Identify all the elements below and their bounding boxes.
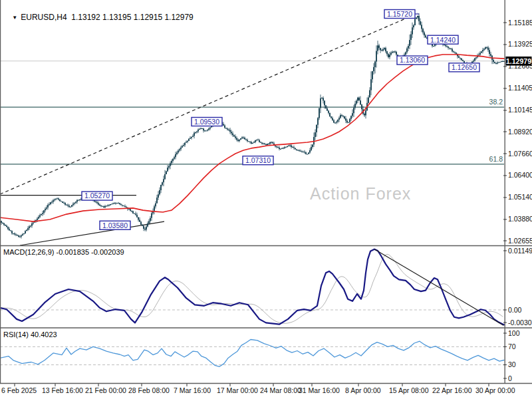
candle-body <box>201 128 203 129</box>
candle-body <box>316 125 317 132</box>
candle-body <box>393 51 394 52</box>
candle-body <box>365 110 366 115</box>
candle-body <box>349 119 350 122</box>
candle-body <box>78 200 79 201</box>
candle-body <box>482 50 483 51</box>
candle-body <box>251 142 252 144</box>
price-level-label[interactable]: 1.09530 <box>192 118 222 126</box>
macd-pane[interactable] <box>0 246 505 327</box>
candle-body <box>268 144 269 144</box>
candle-body <box>67 205 68 205</box>
symbol-dropdown-icon[interactable]: ▼ <box>12 15 17 21</box>
candle-body <box>453 51 454 52</box>
candle-body <box>373 67 374 71</box>
candle-body <box>263 144 264 144</box>
candle-body <box>103 206 104 207</box>
candle-body <box>281 148 283 149</box>
candle-body <box>378 45 380 48</box>
candle-body <box>115 203 116 203</box>
candle-body <box>200 128 201 129</box>
candle-body <box>188 139 190 141</box>
time-tick-label: 21 Feb 00:00 <box>85 386 126 394</box>
candle-body <box>333 120 334 123</box>
candle-body <box>162 182 163 185</box>
rsi-pane[interactable] <box>0 329 505 383</box>
candle-body <box>260 142 261 143</box>
price-tick-label: 1.10145 <box>508 106 532 114</box>
candle-body <box>386 51 388 54</box>
candle-body <box>405 53 406 55</box>
candle-body <box>14 233 15 234</box>
candle-body <box>389 55 390 57</box>
candle-body <box>74 203 75 203</box>
candle-body <box>55 199 57 200</box>
candle-body <box>448 47 449 48</box>
price-level-label[interactable]: 1.03580 <box>100 221 130 229</box>
candle-body <box>66 205 67 205</box>
candle-body <box>261 143 263 144</box>
rsi-tick-label: 0 <box>508 374 512 382</box>
candle-body <box>150 218 151 221</box>
candle-body <box>79 200 80 200</box>
candle-body <box>499 62 501 63</box>
price-level-label[interactable]: 1.13060 <box>397 56 428 65</box>
candle-body <box>369 90 370 98</box>
candle-body <box>26 230 27 231</box>
candle-body <box>10 231 11 231</box>
candle-body <box>7 227 9 229</box>
candle-body <box>39 215 41 217</box>
candle-body <box>358 98 360 100</box>
candle-body <box>414 19 416 25</box>
candle-body <box>345 118 346 120</box>
candle-body <box>494 62 495 63</box>
candle-body <box>394 51 396 52</box>
candle-body <box>98 203 99 204</box>
price-level-label[interactable]: 1.15720 <box>384 10 419 19</box>
fib-level-label: 61.8 <box>489 155 503 163</box>
price-level-label[interactable]: 1.07310 <box>243 156 273 165</box>
macd-indicator-label: MACD(12,26,9) -0.001835 -0.002039 <box>3 248 124 256</box>
price-level-label[interactable]: 1.05270 <box>82 192 112 200</box>
candle-body <box>332 118 333 120</box>
candle-body <box>71 205 72 207</box>
candle-body <box>501 61 502 62</box>
time-tick-label: 7 Mar 16:00 <box>174 386 211 394</box>
time-tick-label: 30 Apr 00:00 <box>475 386 515 394</box>
candle-body <box>321 98 323 98</box>
rsi-tick-label: 70 <box>508 342 516 350</box>
candle-body <box>486 47 487 48</box>
candle-body <box>25 231 26 233</box>
time-tick-label: 15 Apr 08:00 <box>389 386 429 394</box>
candle-body <box>30 226 31 227</box>
candle-body <box>33 223 34 223</box>
price-level-label[interactable]: 1.12650 <box>449 63 479 72</box>
candle-body <box>461 59 462 60</box>
candle-body <box>104 206 106 207</box>
price-tick-label: 1.07660 <box>508 150 532 158</box>
candle-body <box>315 132 316 137</box>
svg-text:1.07310: 1.07310 <box>245 156 271 164</box>
time-axis[interactable]: 6 Feb 202513 Feb 16:0021 Feb 00:0028 Feb… <box>1 384 515 394</box>
candle-body <box>11 231 13 233</box>
candle-body <box>340 115 341 118</box>
candle-body <box>144 229 146 229</box>
candle-body <box>167 168 168 172</box>
candle-body <box>75 202 76 203</box>
time-tick-label: 28 Feb 08:00 <box>128 386 170 394</box>
candle-body <box>138 217 139 220</box>
candle-body <box>460 58 461 59</box>
candle-body <box>143 226 144 229</box>
candle-body <box>474 59 475 61</box>
price-level-label[interactable]: 1.14240 <box>428 35 458 44</box>
candle-body <box>409 40 410 46</box>
svg-text:1.09530: 1.09530 <box>194 118 219 126</box>
candle-body <box>178 150 179 152</box>
candle-body <box>434 45 436 46</box>
candle-body <box>348 122 349 123</box>
candle-body <box>284 147 285 148</box>
candle-body <box>323 98 324 100</box>
candle-body <box>309 150 311 153</box>
candle-body <box>46 207 47 209</box>
candle-body <box>450 49 452 49</box>
candle-body <box>479 53 481 55</box>
